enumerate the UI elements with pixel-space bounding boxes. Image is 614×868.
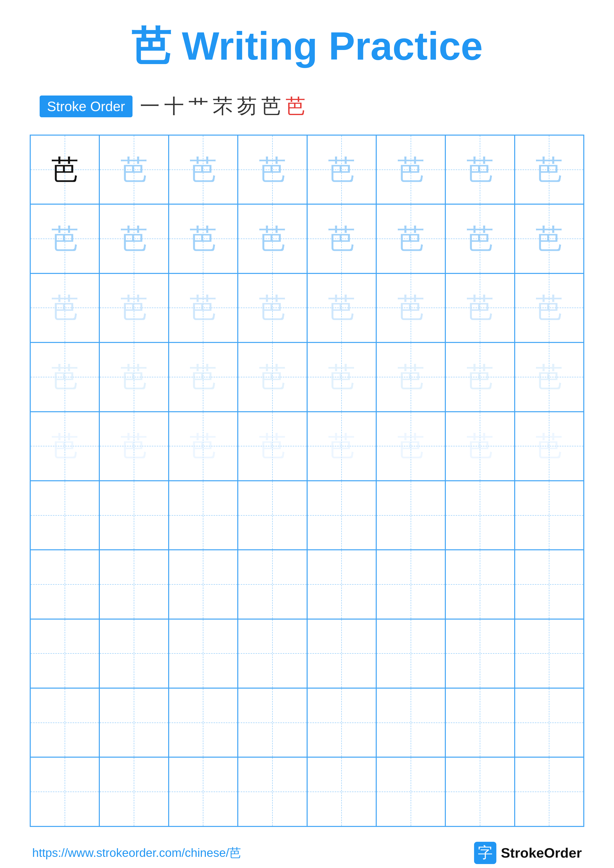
footer-logo: 字 StrokeOrder xyxy=(474,842,582,864)
grid-cell[interactable] xyxy=(99,688,168,757)
grid-cell[interactable] xyxy=(445,481,515,550)
grid-cell[interactable] xyxy=(99,481,168,550)
grid-cell[interactable]: 芭 xyxy=(376,412,445,481)
grid-cell[interactable] xyxy=(445,688,515,757)
grid-cell[interactable]: 芭 xyxy=(99,135,168,204)
cell-character: 芭 xyxy=(51,156,79,183)
grid-cell[interactable]: 芭 xyxy=(307,412,376,481)
grid-cell[interactable]: 芭 xyxy=(99,273,168,343)
grid-cell[interactable] xyxy=(307,550,376,619)
stroke-order-row: Stroke Order 一 十 艹 芣 芴 芭 芭 xyxy=(40,93,305,120)
grid-cell[interactable]: 芭 xyxy=(445,412,515,481)
grid-cell[interactable] xyxy=(307,481,376,550)
grid-cell[interactable]: 芭 xyxy=(376,273,445,343)
cell-character: 芭 xyxy=(535,294,563,321)
grid-cell[interactable]: 芭 xyxy=(169,204,238,273)
grid-cell[interactable]: 芭 xyxy=(445,343,515,411)
grid-cell[interactable]: 芭 xyxy=(515,204,584,273)
grid-cell[interactable]: 芭 xyxy=(169,412,238,481)
grid-cell[interactable]: 芭 xyxy=(307,204,376,273)
cell-character: 芭 xyxy=(397,432,424,460)
cell-character: 芭 xyxy=(328,156,355,183)
grid-cell[interactable] xyxy=(376,619,445,688)
grid-cell[interactable] xyxy=(169,757,238,826)
grid-cell[interactable] xyxy=(169,481,238,550)
grid-cell[interactable]: 芭 xyxy=(238,273,307,343)
stroke-2: 十 xyxy=(164,93,184,120)
grid-cell[interactable] xyxy=(99,619,168,688)
grid-cell[interactable] xyxy=(515,619,584,688)
grid-cell[interactable]: 芭 xyxy=(99,343,168,411)
grid-cell[interactable]: 芭 xyxy=(515,273,584,343)
grid-cell[interactable]: 芭 xyxy=(515,135,584,204)
grid-cell[interactable] xyxy=(30,550,99,619)
grid-cell[interactable] xyxy=(238,550,307,619)
grid-cell[interactable] xyxy=(307,688,376,757)
grid-cell[interactable]: 芭 xyxy=(376,204,445,273)
grid-cell[interactable] xyxy=(445,550,515,619)
grid-cell[interactable] xyxy=(376,688,445,757)
grid-cell[interactable]: 芭 xyxy=(30,204,99,273)
stroke-sequence: 一 十 艹 芣 芴 芭 芭 xyxy=(140,93,305,120)
grid-cell[interactable] xyxy=(376,550,445,619)
grid-cell[interactable]: 芭 xyxy=(99,204,168,273)
logo-text: StrokeOrder xyxy=(501,845,582,861)
grid-cell[interactable] xyxy=(30,619,99,688)
cell-character: 芭 xyxy=(535,363,563,391)
cell-character: 芭 xyxy=(397,156,424,183)
grid-cell[interactable]: 芭 xyxy=(30,412,99,481)
grid-cell[interactable] xyxy=(515,757,584,826)
grid-cell[interactable]: 芭 xyxy=(515,412,584,481)
grid-cell[interactable]: 芭 xyxy=(515,343,584,411)
cell-character: 芭 xyxy=(466,156,494,183)
grid-cell[interactable] xyxy=(99,550,168,619)
grid-cell[interactable] xyxy=(238,481,307,550)
cell-character: 芭 xyxy=(120,225,148,253)
grid-cell[interactable]: 芭 xyxy=(238,135,307,204)
cell-character: 芭 xyxy=(120,432,148,460)
grid-cell[interactable]: 芭 xyxy=(238,204,307,273)
cell-character: 芭 xyxy=(328,432,355,460)
grid-cell[interactable] xyxy=(169,688,238,757)
grid-cell[interactable]: 芭 xyxy=(169,273,238,343)
grid-cell[interactable] xyxy=(376,481,445,550)
cell-character: 芭 xyxy=(51,294,79,321)
stroke-order-badge: Stroke Order xyxy=(40,96,132,117)
grid-cell[interactable] xyxy=(30,688,99,757)
grid-cell[interactable] xyxy=(445,757,515,826)
grid-cell[interactable]: 芭 xyxy=(307,135,376,204)
grid-cell[interactable]: 芭 xyxy=(376,343,445,411)
grid-cell[interactable]: 芭 xyxy=(307,273,376,343)
grid-cell[interactable] xyxy=(445,619,515,688)
grid-cell[interactable] xyxy=(307,757,376,826)
grid-cell[interactable]: 芭 xyxy=(307,343,376,411)
grid-cell[interactable]: 芭 xyxy=(445,204,515,273)
grid-cell[interactable] xyxy=(238,688,307,757)
grid-cell[interactable] xyxy=(169,550,238,619)
grid-cell[interactable]: 芭 xyxy=(30,273,99,343)
cell-character: 芭 xyxy=(51,432,79,460)
grid-cell[interactable] xyxy=(99,757,168,826)
grid-cell[interactable]: 芭 xyxy=(169,135,238,204)
grid-cell[interactable] xyxy=(30,481,99,550)
grid-cell[interactable]: 芭 xyxy=(445,135,515,204)
grid-cell[interactable] xyxy=(238,619,307,688)
grid-cell[interactable] xyxy=(169,619,238,688)
grid-cell[interactable]: 芭 xyxy=(445,273,515,343)
grid-cell[interactable]: 芭 xyxy=(99,412,168,481)
grid-cell[interactable] xyxy=(376,757,445,826)
grid-cell[interactable]: 芭 xyxy=(238,412,307,481)
grid-cell[interactable] xyxy=(238,757,307,826)
grid-cell[interactable]: 芭 xyxy=(238,343,307,411)
grid-cell[interactable] xyxy=(515,550,584,619)
grid-cell[interactable] xyxy=(30,757,99,826)
grid-cell[interactable] xyxy=(515,688,584,757)
grid-cell[interactable] xyxy=(515,481,584,550)
grid-cell[interactable]: 芭 xyxy=(30,135,99,204)
footer: https://www.strokeorder.com/chinese/芭 字 … xyxy=(30,842,584,864)
cell-character: 芭 xyxy=(120,363,148,391)
grid-cell[interactable]: 芭 xyxy=(30,343,99,411)
grid-cell[interactable]: 芭 xyxy=(376,135,445,204)
grid-cell[interactable] xyxy=(307,619,376,688)
grid-cell[interactable]: 芭 xyxy=(169,343,238,411)
